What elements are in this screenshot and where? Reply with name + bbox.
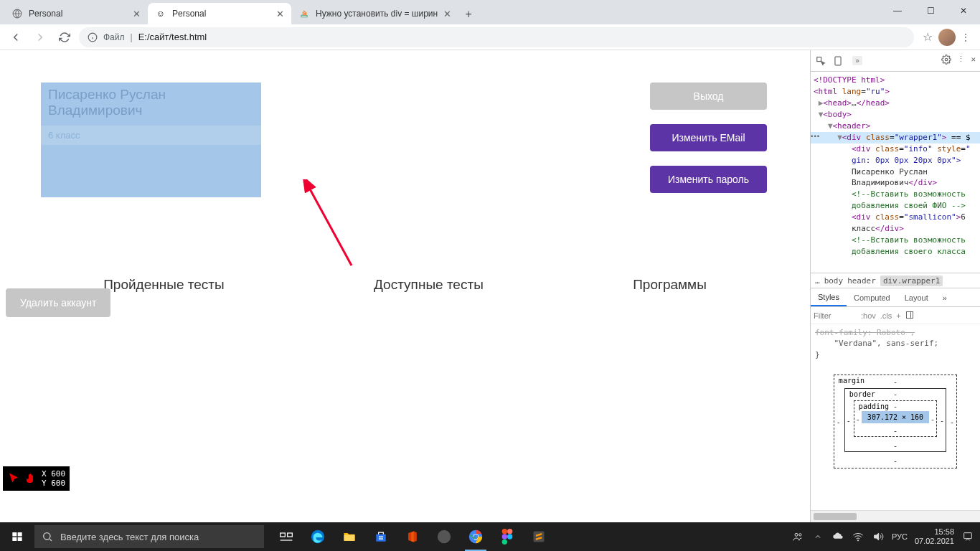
svg-rect-14 [12,537,17,541]
svg-rect-41 [964,533,972,539]
hand-red-icon [24,472,37,485]
address-bar: Файл | E:/сайт/test.html ☆ ⋮ [0,24,980,50]
devtools-close-icon[interactable]: ✕ [971,55,976,67]
profile-avatar[interactable] [938,29,956,46]
svg-point-16 [44,533,50,540]
menu-icon[interactable]: ⋮ [961,32,970,42]
change-password-button[interactable]: Изменить пароль [650,166,767,193]
svg-rect-13 [18,532,22,536]
forward-button[interactable] [30,27,50,47]
hov-toggle[interactable]: :hov [861,311,876,320]
office-icon[interactable] [397,522,428,551]
svg-point-40 [857,540,858,541]
add-rule-icon[interactable]: + [896,311,900,320]
svg-point-36 [502,540,507,545]
svg-rect-26 [380,538,381,540]
svg-rect-22 [344,535,355,541]
browser-tab-3[interactable]: Нужно установить div = ширин ✕ [291,3,458,24]
devtools-settings-icon[interactable] [941,55,951,67]
start-button[interactable] [0,522,34,551]
wrapper-selected[interactable]: Писаренко Руслан Владимирович 6 класс [41,83,261,197]
tray-network-icon[interactable] [852,531,864,542]
xbox-icon[interactable] [429,522,459,551]
styles-filter-bar: :hov .cls + [811,307,980,324]
new-tab-button[interactable]: + [458,4,479,24]
taskbar-search[interactable]: Введите здесь текст для поиска [34,525,264,548]
dom-tree[interactable]: <!DOCTYPE html> <html lang="ru"> ▶<head>… [811,72,980,273]
windows-icon [11,531,23,542]
styles-tab[interactable]: Styles [811,288,847,306]
close-icon[interactable]: ✕ [133,9,141,19]
svg-point-35 [507,534,512,539]
change-email-button[interactable]: Изменить EMail [650,124,767,151]
exit-button[interactable]: Выход [650,83,767,110]
tray-onedrive-icon[interactable] [831,531,844,542]
svg-rect-37 [534,532,545,542]
window-controls: — ☐ ✕ [881,0,980,22]
box-model: margin - - - - border - - - - padding - … [811,363,980,510]
inspect-icon[interactable] [815,55,826,67]
layout-tab[interactable]: Layout [897,288,936,306]
cls-toggle[interactable]: .cls [880,311,892,320]
styles-tabs: Styles Computed Layout » [811,288,980,307]
back-button[interactable] [6,27,26,47]
svg-rect-18 [281,533,286,537]
tray-chevron-icon[interactable] [811,532,824,541]
delete-account-button[interactable]: Удалить аккаунт [6,288,110,317]
svg-point-33 [507,529,512,534]
chrome-icon[interactable] [461,522,491,551]
more-tabs[interactable]: » [936,288,954,306]
reload-button[interactable] [55,27,75,47]
stackoverflow-icon [298,8,310,19]
figma-icon[interactable] [492,522,522,551]
url-text: E:/сайт/test.html [138,32,207,42]
svg-point-38 [795,533,798,536]
box-model-content: 307.172 × 160 [862,411,929,423]
section-passed-tests: Пройденные тесты [103,277,224,293]
tray-language[interactable]: РУС [892,532,908,541]
devtools-h-scrollbar[interactable] [811,510,980,522]
close-window-button[interactable]: ✕ [947,0,980,22]
svg-point-9 [946,58,948,61]
close-icon[interactable]: ✕ [276,9,284,19]
svg-rect-8 [835,57,841,65]
elements-tab[interactable]: » [852,56,862,65]
dom-breadcrumb[interactable]: … body header div.wrapper1 [811,273,980,288]
cursor-arrow-annotation [301,179,366,273]
svg-rect-25 [381,536,382,537]
user-class: 6 класс [41,126,261,145]
task-view-icon[interactable] [271,522,301,551]
explorer-icon[interactable] [334,522,364,551]
panel-toggle-icon[interactable] [905,311,914,321]
computed-tab[interactable]: Computed [847,288,897,306]
svg-rect-27 [381,538,382,540]
styles-filter-input[interactable] [814,311,857,320]
css-rules[interactable]: font-family: Roboto , "Verdana", sans-se… [811,324,980,363]
device-icon[interactable] [832,55,844,67]
section-programs: Программы [633,277,707,293]
sublime-icon[interactable] [524,522,554,551]
store-icon[interactable] [366,522,396,551]
devtools-toolbar: » ⋮ ✕ [811,50,980,72]
search-placeholder: Введите здесь текст для поиска [60,532,199,542]
tray-clock[interactable]: 15:58 07.02.2021 [915,527,954,546]
maximize-button[interactable]: ☐ [914,0,947,22]
coord-y: Y 600 [42,479,65,488]
browser-tab-1[interactable]: Personal ✕ [4,3,148,24]
minimize-button[interactable]: — [881,0,914,22]
url-input[interactable]: Файл | E:/сайт/test.html [79,27,914,47]
tray-volume-icon[interactable] [872,531,885,542]
svg-point-34 [502,534,507,539]
devtools-menu-icon[interactable]: ⋮ [957,55,965,67]
close-icon[interactable]: ✕ [443,9,451,19]
edge-icon[interactable] [303,522,333,551]
tab-title: Personal [172,9,270,19]
tray-notifications-icon[interactable] [961,531,974,542]
svg-rect-10 [906,311,913,318]
tray-people-icon[interactable] [791,531,804,542]
svg-rect-15 [18,537,22,541]
star-icon[interactable]: ☆ [923,30,933,44]
svg-rect-19 [288,533,293,537]
smiley-icon: ☺ [155,8,166,19]
browser-tab-2[interactable]: ☺ Personal ✕ [148,3,291,24]
